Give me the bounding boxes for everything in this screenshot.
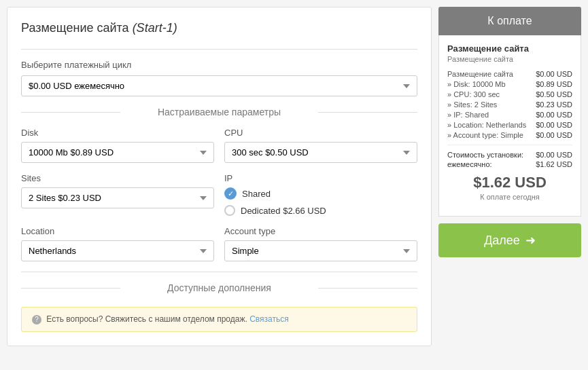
account-type-label: Account type	[224, 226, 417, 236]
checkout-body: Размещение сайта Размещение сайта Размещ…	[438, 35, 581, 217]
location-select[interactable]: Netherlands	[21, 240, 214, 261]
checkout-header: К оплате	[438, 7, 581, 35]
info-bar: ? Есть вопросы? Свяжитесь с нашим отдело…	[21, 307, 417, 332]
checkout-product-sub: Размещение сайта	[447, 55, 572, 63]
arrow-icon: ➜	[525, 233, 536, 248]
ip-group: IP Shared Dedicated $2.66 USD	[224, 173, 417, 216]
addons-heading: Доступные дополнения	[21, 282, 417, 293]
sites-label: Sites	[21, 173, 214, 183]
right-panel: К оплате Размещение сайта Размещение сай…	[438, 7, 581, 346]
checkout-totals: Стоимость установки: $0.00 USD ежемесячн…	[447, 151, 572, 168]
divider-2	[21, 272, 417, 272]
setup-row: Стоимость установки: $0.00 USD	[447, 151, 572, 159]
left-panel: Размещение сайта (Start-1) Выберите плат…	[7, 7, 432, 346]
disk-group: Disk 10000 Mb $0.89 USD	[21, 128, 214, 163]
cpu-select[interactable]: 300 sec $0.50 USD	[224, 142, 417, 163]
cpu-label: CPU	[224, 128, 417, 138]
location-label: Location	[21, 226, 214, 236]
account-type-select[interactable]: Simple	[224, 240, 417, 261]
checkout-item: » Sites: 2 Sites$0.23 USD	[447, 100, 572, 109]
info-bar-link[interactable]: Связаться	[249, 314, 289, 324]
disk-select[interactable]: 10000 Mb $0.89 USD	[21, 142, 214, 163]
ip-dedicated-circle	[224, 205, 235, 216]
checkout-item: Размещение сайта$0.00 USD	[447, 70, 572, 78]
params-grid: Disk 10000 Mb $0.89 USD CPU 300 sec $0.5…	[21, 128, 417, 261]
page-title: Размещение сайта (Start-1)	[21, 21, 417, 35]
ip-label: IP	[224, 173, 417, 183]
checkout-product-title: Размещение сайта	[447, 43, 572, 54]
ip-shared-label: Shared	[242, 189, 271, 199]
ip-shared-option[interactable]: Shared	[224, 187, 417, 200]
ip-dedicated-option[interactable]: Dedicated $2.66 USD	[224, 205, 417, 216]
sites-group: Sites 2 Sites $0.23 USD	[21, 173, 214, 216]
checkout-divider	[447, 145, 572, 145]
ip-shared-check	[224, 187, 237, 200]
info-bar-text: Есть вопросы? Свяжитесь с нашим отделом …	[46, 314, 247, 324]
location-group: Location Netherlands	[21, 226, 214, 261]
billing-cycle-label: Выберите платежный цикл	[21, 60, 417, 70]
checkout-item: » IP: Shared$0.00 USD	[447, 111, 572, 119]
next-button[interactable]: Далее ➜	[438, 223, 581, 257]
monthly-price: $1.62 USD	[536, 160, 572, 168]
checkout-item: » Account type: Simple$0.00 USD	[447, 131, 572, 139]
setup-label: Стоимость установки:	[447, 151, 523, 159]
params-heading: Настраиваемые параметры	[21, 107, 417, 117]
billing-cycle-select[interactable]: $0.00 USD ежемесячно	[21, 75, 417, 96]
question-icon: ?	[32, 315, 41, 325]
total-price: $1.62 USD	[447, 174, 572, 191]
account-type-group: Account type Simple	[224, 226, 417, 261]
cpu-group: CPU 300 sec $0.50 USD	[224, 128, 417, 163]
next-button-label: Далее	[484, 234, 520, 248]
total-price-sub: К оплате сегодня	[447, 193, 572, 201]
checkout-items-list: Размещение сайта$0.00 USD» Disk: 10000 M…	[447, 70, 572, 139]
setup-price: $0.00 USD	[536, 151, 572, 159]
sites-select[interactable]: 2 Sites $0.23 USD	[21, 187, 214, 208]
checkout-item: » Disk: 10000 Mb$0.89 USD	[447, 80, 572, 88]
ip-options: Shared Dedicated $2.66 USD	[224, 187, 417, 216]
divider-1	[21, 49, 417, 50]
disk-label: Disk	[21, 128, 214, 138]
monthly-row: ежемесячно: $1.62 USD	[447, 160, 572, 168]
checkout-item: » CPU: 300 sec$0.50 USD	[447, 90, 572, 98]
ip-dedicated-label: Dedicated $2.66 USD	[241, 206, 326, 216]
monthly-label: ежемесячно:	[447, 160, 492, 168]
checkout-item: » Location: Netherlands$0.00 USD	[447, 121, 572, 129]
